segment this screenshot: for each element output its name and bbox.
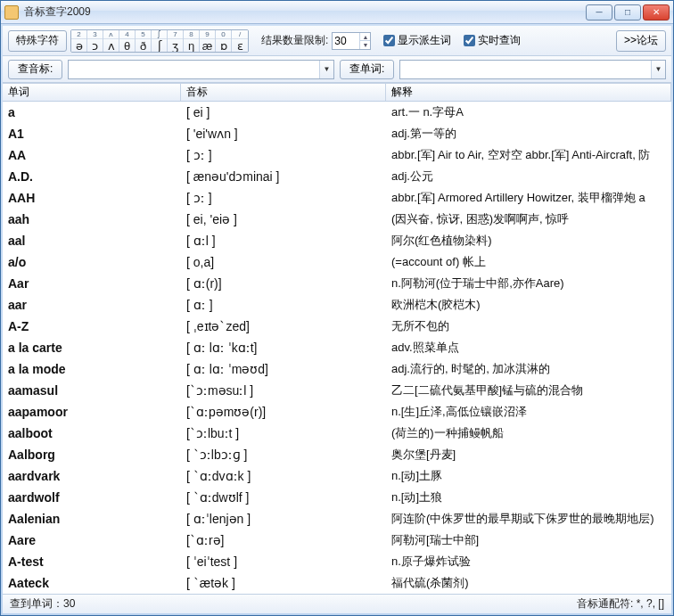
table-row[interactable]: A.D.[ ænəu'dɔminai ]adj.公元 (3, 166, 671, 187)
cell-ipa: [ ˈeiˈtest ] (181, 551, 386, 572)
table-row[interactable]: aapamoor[ˋɑːpəmʊə(r)]n.[生]丘泽,高低位镶嵌沼泽 (3, 401, 671, 423)
live-query-checkbox[interactable]: 实时查询 (464, 33, 521, 48)
column-header-word[interactable]: 单词 (3, 84, 181, 101)
ipa-cell-ʒ[interactable]: 7ʒ (168, 30, 184, 52)
table-row[interactable]: Aar[ ɑː(r)]n.阿勒河(位于瑞士中部,亦作Aare) (3, 273, 671, 294)
ipa-symbol-strip: 2ə3ɔʌʌ4θ5ðʃʃ7ʒ8ŋ9æ0ɒ/ɛ (70, 29, 249, 53)
cell-ipa: [ ˋɑːdwʊlf ] (181, 487, 386, 508)
show-derived-input[interactable] (383, 35, 395, 46)
cell-word: Aalenian (3, 508, 181, 530)
table-row[interactable]: Aalenian[ ɑːˈlenjən ]阿连阶(中侏罗世的最早期或下侏罗世的最… (3, 508, 671, 530)
table-row[interactable]: AA[ ɔː ]abbr.[军] Air to Air, 空对空 abbr.[军… (3, 144, 671, 166)
cell-word: AA (3, 144, 181, 166)
cell-word: aalboot (3, 423, 181, 444)
cell-ipa: [ ænəu'dɔminai ] (181, 166, 386, 187)
table-row[interactable]: AAH[ ɔː ]abbr.[军] Armored Artillery Howi… (3, 187, 671, 209)
cell-ipa: [ ˋɔːlbɔːɡ ] (181, 444, 386, 465)
search-ipa-combo[interactable]: ▼ (68, 60, 334, 79)
ipa-cell-symbol: ʒ (168, 39, 183, 53)
table-row[interactable]: a la mode[ ɑː lɑː ˈməʊd]adj.流行的, 时髦的, 加冰… (3, 358, 671, 380)
ipa-cell-symbol: θ (119, 39, 135, 53)
table-row[interactable]: aardvark[ ˋɑːdvɑːk ]n.[动]土豚 (3, 465, 671, 487)
table-row[interactable]: aardwolf[ ˋɑːdwʊlf ]n.[动]土狼 (3, 487, 671, 508)
cell-word: aardwolf (3, 487, 181, 508)
search-ipa-dropdown-icon[interactable]: ▼ (319, 61, 333, 78)
table-row[interactable]: Aateck[ ˋætək ]福代硫(杀菌剂) (3, 572, 671, 594)
search-word-dropdown-icon[interactable]: ▼ (651, 61, 665, 78)
ipa-cell-ŋ[interactable]: 8ŋ (184, 30, 200, 52)
search-word-button[interactable]: 查单词: (340, 60, 394, 79)
ipa-cell-num: 3 (87, 30, 103, 39)
table-row[interactable]: aah[ ei, 'eiə ](因兴奋, 惊讶, 困惑)发啊啊声, 惊呼 (3, 209, 671, 230)
cell-word: Aateck (3, 572, 181, 594)
cell-word: aapamoor (3, 401, 181, 423)
live-query-input[interactable] (464, 35, 475, 46)
ipa-cell-θ[interactable]: 4θ (119, 30, 136, 52)
ipa-cell-symbol: ɒ (216, 39, 231, 53)
ipa-cell-æ[interactable]: 9æ (200, 30, 216, 52)
cell-def: 阿连阶(中侏罗世的最早期或下侏罗世的最晚期地层) (386, 508, 671, 530)
column-header-ipa[interactable]: 音标 (181, 84, 386, 101)
cell-def: adv.照菜单点 (386, 337, 671, 358)
table-row[interactable]: aalboot[ˋɔːlbuːt ](荷兰的)一种捕鳗帆船 (3, 423, 671, 444)
result-limit-input[interactable] (333, 35, 359, 47)
cell-word: A1 (3, 123, 181, 144)
cell-ipa: [ ˋɑːdvɑːk ] (181, 465, 386, 487)
close-button[interactable]: ✕ (643, 4, 670, 21)
cell-ipa: [ˋɑːrə] (181, 530, 386, 551)
spinner-up-icon[interactable]: ▲ (359, 33, 370, 41)
app-icon (4, 5, 19, 20)
result-limit-spinner[interactable]: ▲ ▼ (359, 33, 370, 49)
table-row[interactable]: aar[ ɑː ]欧洲桤木(胶桤木) (3, 294, 671, 316)
cell-word: aamasul (3, 380, 181, 401)
table-row[interactable]: a[ ei ]art.一 n.字母A (3, 102, 671, 123)
forum-button[interactable]: >>论坛 (616, 30, 666, 52)
table-row[interactable]: aal[ ɑːl ]阿尔(红色植物染料) (3, 230, 671, 251)
column-header-def[interactable]: 解释 (386, 84, 671, 101)
table-row[interactable]: A-test[ ˈeiˈtest ]n.原子爆炸试验 (3, 551, 671, 572)
cell-def: n.[生]丘泽,高低位镶嵌沼泽 (386, 401, 671, 423)
search-ipa-input[interactable] (69, 61, 319, 78)
table-row[interactable]: A-Z[ ˌeɪtəˋzed]无所不包的 (3, 316, 671, 337)
ipa-cell-ə[interactable]: 2ə (71, 30, 87, 52)
table-row[interactable]: aamasul[ˋɔːməsuːl ]乙二[二硫代氨基甲酸]锰与硫的混合物 (3, 380, 671, 401)
cell-ipa: [ ei, 'eiə ] (181, 209, 386, 230)
result-limit-field[interactable]: ▲ ▼ (332, 32, 371, 50)
cell-word: A.D. (3, 166, 181, 187)
show-derived-checkbox[interactable]: 显示派生词 (383, 33, 451, 48)
table-row[interactable]: Aare[ˋɑːrə]阿勒河[瑞士中部] (3, 530, 671, 551)
table-row[interactable]: A1[ 'ei'wʌn ]adj.第一等的 (3, 123, 671, 144)
cell-def: art.一 n.字母A (386, 102, 671, 123)
ipa-cell-symbol: æ (200, 39, 215, 53)
cell-word: Aare (3, 530, 181, 551)
spinner-down-icon[interactable]: ▼ (359, 41, 370, 49)
table-row[interactable]: a/o[ o,a](=account of) 帐上 (3, 251, 671, 273)
cell-def: n.阿勒河(位于瑞士中部,亦作Aare) (386, 273, 671, 294)
ipa-cell-ð[interactable]: 5ð (136, 30, 152, 52)
special-chars-button[interactable]: 特殊字符 (8, 30, 67, 52)
ipa-cell-ɒ[interactable]: 0ɒ (216, 30, 232, 52)
search-ipa-button[interactable]: 查音标: (8, 60, 62, 79)
ipa-cell-ɔ[interactable]: 3ɔ (87, 30, 103, 52)
ipa-cell-num: 7 (168, 30, 183, 39)
cell-def: 乙二[二硫代氨基甲酸]锰与硫的混合物 (386, 380, 671, 401)
ipa-cell-ɛ[interactable]: /ɛ (232, 30, 248, 52)
ipa-cell-ʃ[interactable]: ʃʃ (152, 30, 168, 52)
ipa-cell-symbol: ɔ (87, 39, 103, 53)
cell-ipa: [ ɑː lɑː ˈməʊd] (181, 358, 386, 380)
cell-def: adj.第一等的 (386, 123, 671, 144)
table-row[interactable]: Aalborg[ ˋɔːlbɔːɡ ]奥尔堡[丹麦] (3, 444, 671, 465)
cell-def: 阿尔(红色植物染料) (386, 230, 671, 251)
window-title: 音标查字2009 (24, 4, 586, 20)
table-row[interactable]: a la carte[ ɑː lɑː ˈkɑːt]adv.照菜单点 (3, 337, 671, 358)
cell-def: 欧洲桤木(胶桤木) (386, 294, 671, 316)
search-word-input[interactable] (400, 61, 651, 78)
minimize-button[interactable]: ─ (586, 4, 612, 21)
search-word-combo[interactable]: ▼ (399, 60, 666, 79)
maximize-button[interactable]: □ (614, 4, 641, 21)
cell-word: aah (3, 209, 181, 230)
ipa-cell-ʌ[interactable]: ʌʌ (103, 30, 119, 52)
grid-body[interactable]: a[ ei ]art.一 n.字母AA1[ 'ei'wʌn ]adj.第一等的A… (3, 102, 671, 594)
cell-def: 福代硫(杀菌剂) (386, 572, 671, 594)
ipa-cell-num: 8 (184, 30, 199, 39)
